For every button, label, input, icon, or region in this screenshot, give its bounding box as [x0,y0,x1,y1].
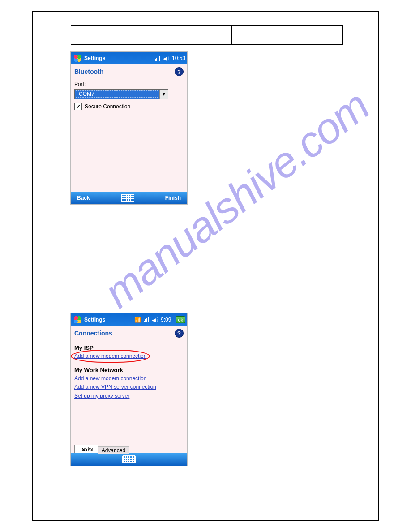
secure-connection-label: Secure Connection [85,103,130,110]
clock: 10:53 [172,55,185,61]
ok-button[interactable]: ok [176,316,185,323]
header-cell [181,26,232,45]
titlebar-title: Settings [84,55,105,61]
device-screenshot-connections: Settings 📶 ◀ἰ 9:09 ok Connections ? My I… [71,313,187,466]
header-cell [232,26,260,45]
help-icon[interactable]: ? [175,329,184,338]
tab-tasks[interactable]: Tasks [74,445,98,453]
port-label: Port: [74,81,184,87]
header-cell [260,26,343,45]
speaker-icon: ◀ἰ [163,55,169,62]
device-screenshot-bluetooth: Settings ◀ἰ 10:53 Bluetooth ? Port: COM7… [71,52,187,204]
port-value: COM7 [76,90,158,98]
highlight-circle: Add a new modem connection [74,352,146,360]
my-isp-heading: My ISP [74,344,184,351]
screen-heading: Connections [74,330,112,337]
secure-connection-checkbox[interactable]: ✔ [74,103,82,110]
subtitle-row: Bluetooth ? [71,64,187,77]
connectivity-icon [144,317,149,322]
windows-flag-icon [73,54,81,62]
titlebar-title: Settings [84,317,105,323]
keyboard-icon[interactable] [122,455,136,463]
screen-heading: Bluetooth [74,68,103,75]
windows-flag-icon [73,316,81,324]
dropdown-arrow-icon[interactable]: ▾ [159,90,168,99]
tab-advanced[interactable]: Advanced [98,446,129,454]
my-work-heading: My Work Network [74,367,184,373]
page-root: manualshive.com Settings ◀ἰ 10:53 Blueto… [0,0,411,532]
speaker-icon: ◀ἰ [152,317,158,323]
work-add-vpn-link[interactable]: Add a new VPN server connection [74,383,156,391]
header-cell [144,26,181,45]
signal-icon: 📶 [134,317,141,323]
bottom-bar [71,453,187,466]
bottom-bar: Back Finish [71,192,187,204]
keyboard-icon[interactable] [121,194,134,202]
header-cell [71,26,144,45]
header-table [71,25,343,45]
finish-button[interactable]: Finish [165,195,181,201]
back-button[interactable]: Back [77,195,90,201]
isp-add-modem-link[interactable]: Add a new modem connection [74,352,146,360]
status-icons: 📶 ◀ἰ 9:09 ok [134,316,185,323]
status-icons: ◀ἰ 10:53 [155,55,185,62]
port-dropdown[interactable]: COM7 ▾ [74,89,168,99]
help-icon[interactable]: ? [175,67,184,76]
clock: 9:09 [161,317,171,323]
connectivity-icon [155,56,160,61]
tabs-row: Tasks Advanced [71,442,187,453]
work-add-modem-link[interactable]: Add a new modem connection [74,374,146,383]
work-proxy-link[interactable]: Set up my proxy server [74,392,129,400]
subtitle-row: Connections ? [71,326,187,339]
titlebar: Settings 📶 ◀ἰ 9:09 ok [71,313,187,326]
titlebar: Settings ◀ἰ 10:53 [71,52,187,64]
